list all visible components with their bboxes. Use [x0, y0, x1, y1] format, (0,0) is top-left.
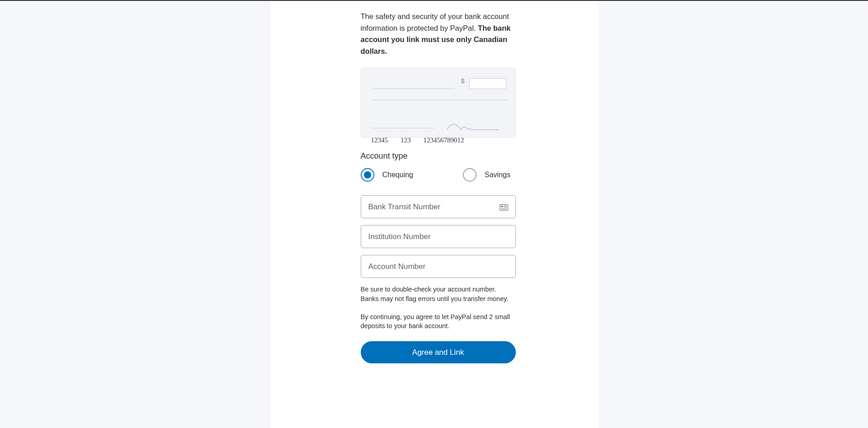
chequing-label: Chequing	[382, 171, 414, 179]
agreement-text: By continuing, you agree to let PayPal s…	[361, 312, 516, 331]
bank-transit-input[interactable]: Bank Transit Number	[361, 195, 516, 218]
agree-link-button[interactable]: Agree and Link	[361, 341, 516, 363]
cheque-illustration: $ 12345 123 123456789012	[361, 68, 516, 138]
helper-text: Be sure to double-check your account num…	[361, 285, 516, 303]
savings-radio[interactable]: Savings	[463, 168, 510, 182]
account-number-input[interactable]: Account Number	[361, 255, 516, 278]
security-notice: The safety and security of your bank acc…	[361, 11, 521, 57]
savings-label: Savings	[485, 171, 510, 179]
cheque-bottom-row	[371, 118, 506, 128]
radio-unselected-icon	[463, 168, 476, 182]
cheque-institution-example: 123	[401, 136, 411, 144]
dollar-sign: $	[461, 77, 465, 85]
transit-placeholder: Bank Transit Number	[368, 202, 441, 212]
cheque-transit-example: 12345	[371, 136, 388, 144]
cheque-numbers: 12345 123 123456789012	[371, 136, 506, 144]
signature-icon	[443, 118, 506, 128]
institution-placeholder: Institution Number	[368, 232, 431, 241]
account-type-radio-group: Chequing Savings	[361, 168, 521, 182]
svg-rect-1	[501, 206, 503, 207]
cheque-memo-line	[371, 100, 506, 100]
account-placeholder: Account Number	[368, 262, 426, 271]
institution-number-input[interactable]: Institution Number	[361, 225, 516, 248]
cheque-payee-line	[371, 82, 455, 89]
chequing-radio[interactable]: Chequing	[361, 168, 414, 182]
cheque-top-row: $	[371, 78, 506, 89]
radio-selected-icon	[361, 168, 374, 182]
card-icon	[500, 204, 508, 210]
account-type-label: Account type	[361, 151, 521, 161]
cheque-sign-line	[371, 120, 434, 128]
main-panel: The safety and security of your bank acc…	[270, 1, 598, 428]
cheque-account-example: 123456789012	[424, 136, 464, 144]
cheque-amount-box	[469, 78, 506, 89]
